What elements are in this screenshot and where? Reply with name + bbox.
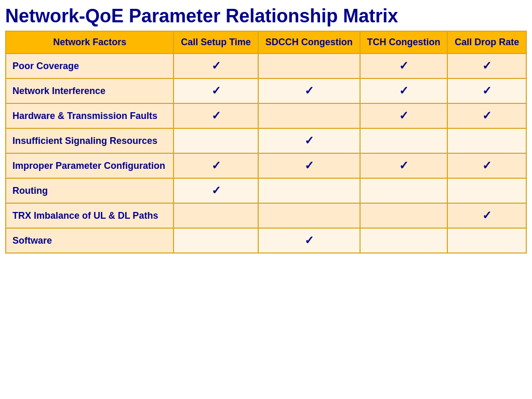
checkmark-icon: ✓	[482, 159, 491, 172]
factor-cell: Network Interference	[6, 78, 174, 103]
tch-cell	[360, 178, 448, 203]
call-setup-cell: ✓	[174, 153, 258, 178]
factor-cell: Insufficient Signaling Resources	[6, 128, 174, 153]
checkmark-icon: ✓	[482, 59, 491, 72]
call-drop-cell: ✓	[447, 78, 526, 103]
call-setup-cell	[174, 128, 258, 153]
checkmark-icon: ✓	[399, 159, 408, 172]
table-row: Network Interference✓✓✓✓	[6, 78, 526, 103]
sdcch-cell	[258, 178, 360, 203]
table-row: Improper Parameter Configuration✓✓✓✓	[6, 153, 526, 178]
checkmark-icon: ✓	[399, 109, 408, 122]
tch-cell	[360, 228, 448, 253]
checkmark-icon: ✓	[304, 159, 314, 172]
checkmark-icon: ✓	[482, 109, 491, 122]
call-drop-cell	[447, 128, 526, 153]
call-setup-cell: ✓	[174, 54, 258, 78]
call-drop-cell: ✓	[447, 103, 526, 128]
factor-cell: Routing	[6, 178, 174, 203]
call-setup-cell: ✓	[174, 78, 258, 103]
sdcch-cell	[258, 203, 360, 228]
call-setup-cell	[174, 228, 258, 253]
tch-cell: ✓	[360, 54, 448, 78]
sdcch-cell: ✓	[258, 153, 360, 178]
tch-cell: ✓	[360, 103, 448, 128]
tch-cell	[360, 128, 448, 153]
factor-cell: Hardware & Transmission Faults	[6, 103, 174, 128]
checkmark-icon: ✓	[304, 134, 314, 147]
checkmark-icon: ✓	[211, 159, 221, 172]
tch-cell: ✓	[360, 78, 448, 103]
checkmark-icon: ✓	[399, 59, 408, 72]
sdcch-cell	[258, 103, 360, 128]
page-title: Network-QoE Parameter Relationship Matri…	[5, 5, 527, 26]
checkmark-icon: ✓	[211, 184, 221, 197]
checkmark-icon: ✓	[211, 109, 221, 122]
sdcch-cell: ✓	[258, 78, 360, 103]
table-row: Poor Coverage✓✓✓	[6, 54, 526, 78]
checkmark-icon: ✓	[211, 59, 221, 72]
table-row: Software✓	[6, 228, 526, 253]
checkmark-icon: ✓	[304, 234, 314, 247]
header-sdcch-congestion: SDCCH Congestion	[258, 31, 360, 54]
table-row: Routing✓	[6, 178, 526, 203]
call-setup-cell	[174, 203, 258, 228]
sdcch-cell: ✓	[258, 228, 360, 253]
call-drop-cell	[447, 228, 526, 253]
call-drop-cell: ✓	[447, 153, 526, 178]
checkmark-icon: ✓	[304, 84, 314, 97]
header-network-factors: Network Factors	[6, 31, 174, 54]
checkmark-icon: ✓	[482, 209, 491, 222]
checkmark-icon: ✓	[211, 84, 221, 97]
table-row: Insufficient Signaling Resources✓	[6, 128, 526, 153]
header-tch-congestion: TCH Congestion	[360, 31, 448, 54]
header-call-setup-time: Call Setup Time	[174, 31, 258, 54]
header-call-drop-rate: Call Drop Rate	[447, 31, 526, 54]
relationship-matrix: Network Factors Call Setup Time SDCCH Co…	[5, 31, 527, 254]
sdcch-cell: ✓	[258, 128, 360, 153]
call-setup-cell: ✓	[174, 103, 258, 128]
table-row: TRX Imbalance of UL & DL Paths✓	[6, 203, 526, 228]
checkmark-icon: ✓	[399, 84, 408, 97]
tch-cell	[360, 203, 448, 228]
factor-cell: Improper Parameter Configuration	[6, 153, 174, 178]
checkmark-icon: ✓	[482, 84, 491, 97]
factor-cell: TRX Imbalance of UL & DL Paths	[6, 203, 174, 228]
call-drop-cell	[447, 178, 526, 203]
factor-cell: Poor Coverage	[6, 54, 174, 78]
call-drop-cell: ✓	[447, 54, 526, 78]
tch-cell: ✓	[360, 153, 448, 178]
call-drop-cell: ✓	[447, 203, 526, 228]
factor-cell: Software	[6, 228, 174, 253]
call-setup-cell: ✓	[174, 178, 258, 203]
table-row: Hardware & Transmission Faults✓✓✓	[6, 103, 526, 128]
sdcch-cell	[258, 54, 360, 78]
